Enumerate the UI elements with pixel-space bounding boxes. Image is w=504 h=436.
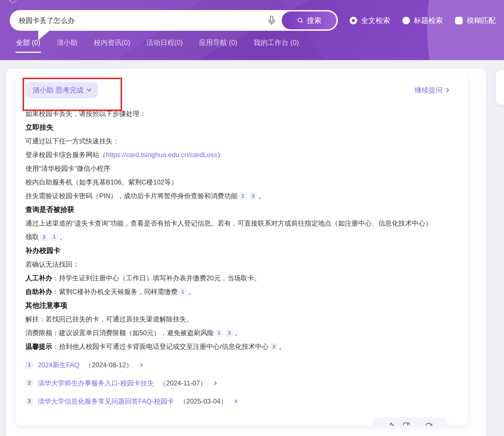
answer-paragraph: 人工补办：持学生证到注册中心（工作日）填写补办表并缴费20元，当场取卡。 bbox=[25, 271, 448, 285]
search-input[interactable] bbox=[18, 10, 197, 31]
divider bbox=[417, 423, 417, 426]
reference-item[interactable]: 3 清华大学信息化服务常见问题回答FAQ-校园卡 （2025-03-04） bbox=[25, 397, 448, 406]
text: 如果校园卡丢失，请按照以下步骤处理： bbox=[25, 110, 146, 117]
option-label: 模糊匹配 bbox=[467, 16, 496, 25]
text: 可通过以下任一方式快速挂失： bbox=[25, 137, 119, 145]
reference-date: （2024-11-07） bbox=[159, 379, 207, 388]
assistant-status-badge[interactable]: 清小助 思考完成 bbox=[25, 82, 98, 98]
continue-asking-label: 继续提问 bbox=[415, 86, 443, 95]
text: 其他注意事项 bbox=[25, 301, 67, 309]
citation-badge[interactable]: 3 bbox=[249, 192, 257, 200]
tab-app-nav[interactable]: 应用导航 (0) bbox=[199, 36, 238, 54]
inline-link[interactable]: https://card.tsinghua.edu.cn/cardLoss bbox=[106, 151, 217, 158]
tab-qingxiaozhu[interactable]: 清小助 bbox=[56, 36, 78, 54]
reference-title-link[interactable]: 清华大学信息化服务常见问题回答FAQ-校园卡 bbox=[38, 397, 174, 406]
search-options: 全文检索 标题检索 模糊匹配 bbox=[350, 10, 496, 31]
reference-item[interactable]: 1 2024新生FAQ （2024-08-12） bbox=[25, 361, 448, 369]
reference-date: （2024-08-12） bbox=[85, 361, 133, 369]
regenerate-button[interactable] bbox=[425, 422, 432, 425]
option-fuzzy-match[interactable]: 模糊匹配 bbox=[455, 16, 496, 25]
text: 。 bbox=[235, 329, 241, 337]
text: 查询是否被拾获 bbox=[25, 205, 74, 213]
citation-badge[interactable]: 3 bbox=[40, 233, 48, 241]
text: 补办校园卡 bbox=[25, 247, 60, 254]
answer-paragraph: 若确认无法找回： bbox=[25, 257, 448, 271]
reference-item[interactable]: 2 清华大学师生办事服务入口-校园卡挂失 （2024-11-07） bbox=[25, 379, 448, 388]
text: ：紫荆C楼补办机全天候服务，同样需缴费 bbox=[52, 288, 178, 295]
option-title-search[interactable]: 标题检索 bbox=[402, 16, 443, 25]
text: 。 bbox=[258, 192, 265, 200]
text: 消费限额：建议设置单日消费限额（如50元），避免被盗刷风险 bbox=[25, 329, 214, 337]
text: 登录校园卡综合服务网站（ bbox=[25, 151, 106, 158]
text: 。 bbox=[279, 343, 286, 350]
answer-body: 如果校园卡丢失，请按照以下步骤处理：立即挂失可通过以下任一方式快速挂失：登录校园… bbox=[16, 98, 468, 353]
thumbs-up-button[interactable] bbox=[388, 422, 395, 425]
answer-paragraph: 通过上述渠道的“遗失卡查询”功能，查看是否有拾卡人登记信息。若有，可直接联系对方… bbox=[25, 216, 448, 244]
option-fulltext-search[interactable]: 全文检索 bbox=[350, 16, 390, 25]
result-tabs: 全部 (0) 清小助 校内资讯(0) 活动日程(0) 应用导航 (0) 我的工作… bbox=[15, 36, 300, 54]
citation-badge[interactable]: 1 bbox=[51, 233, 58, 241]
text: 解挂：若找回已挂失的卡，可通过原挂失渠道解除挂失。 bbox=[25, 315, 193, 323]
text: ） bbox=[217, 151, 224, 158]
reference-title-link[interactable]: 2024新生FAQ bbox=[38, 361, 79, 369]
tab-workbench[interactable]: 我的工作台 (0) bbox=[253, 36, 300, 54]
search-bar: 搜索 bbox=[10, 10, 338, 31]
bold-text: 温馨提示 bbox=[25, 343, 52, 350]
main-area: 清小助 思考完成 继续提问 如果校园卡丢失，请按照以下步骤处理：立即挂失可通过以… bbox=[0, 60, 504, 436]
text: 。 bbox=[59, 233, 66, 241]
section-heading: 其他注意事项 bbox=[25, 298, 448, 312]
text: ：拾到他人校园卡可通过卡背面电话登记或交至注册中心/信息化技术中心 bbox=[52, 343, 269, 350]
answer-actions bbox=[371, 417, 448, 425]
chevron-right-icon[interactable] bbox=[213, 381, 217, 385]
citation-badge[interactable]: 2 bbox=[239, 192, 247, 200]
chevron-down-icon bbox=[87, 87, 91, 92]
chevron-right-icon[interactable] bbox=[233, 399, 237, 403]
citation-badge[interactable]: 1 bbox=[179, 288, 187, 296]
text: 领取 bbox=[25, 233, 39, 241]
tab-campus-news[interactable]: 校内资讯(0) bbox=[93, 36, 131, 54]
answer-paragraph: 登录校园卡综合服务网站（https://card.tsinghua.edu.cn… bbox=[25, 148, 448, 162]
text: 校内自助服务机（如李兆基B106、紫荆C楼102等） bbox=[25, 178, 178, 186]
regenerate-icon bbox=[425, 422, 432, 425]
reference-number-badge: 2 bbox=[25, 379, 33, 387]
bold-text: 自助补办 bbox=[25, 288, 52, 295]
status-badge-label: 清小助 思考完成 bbox=[33, 86, 83, 95]
text: 若确认无法找回： bbox=[25, 260, 79, 268]
reference-title-link[interactable]: 清华大学师生办事服务入口-校园卡挂失 bbox=[38, 379, 154, 388]
answer-paragraph: 挂失需验证校园卡密码（PIN），成功后卡片将暂停身份查验和消费功能23。 bbox=[25, 189, 448, 203]
section-heading: 补办校园卡 bbox=[25, 244, 448, 257]
citation-badge[interactable]: 3 bbox=[270, 343, 278, 350]
microphone-icon[interactable] bbox=[267, 16, 276, 25]
answer-paragraph: 使用“清华校园卡”微信小程序 bbox=[25, 162, 448, 175]
tab-events[interactable]: 活动日程(0) bbox=[146, 36, 183, 54]
thumbs-down-icon bbox=[402, 422, 410, 425]
option-label: 标题检索 bbox=[414, 16, 443, 25]
search-button[interactable]: 搜索 bbox=[282, 11, 336, 29]
citation-badge[interactable]: 3 bbox=[226, 329, 233, 337]
ai-answer-card: 清小助 思考完成 继续提问 如果校园卡丢失，请按照以下步骤处理：立即挂失可通过以… bbox=[16, 73, 468, 425]
continue-asking-link[interactable]: 继续提问 bbox=[415, 86, 448, 95]
answer-paragraph: 如果校园卡丢失，请按照以下步骤处理： bbox=[25, 107, 448, 120]
tab-all[interactable]: 全部 (0) bbox=[15, 36, 41, 54]
radio-icon[interactable] bbox=[402, 17, 410, 24]
page-header: 搜索 全文检索 标题检索 模糊匹配 全部 (0) 清小助 校内资讯(0) 活动日… bbox=[0, 0, 504, 60]
chevron-right-icon bbox=[445, 88, 449, 93]
bold-text: 人工补办 bbox=[25, 274, 52, 282]
answer-paragraph: 解挂：若找回已挂失的卡，可通过原挂失渠道解除挂失。 bbox=[25, 312, 448, 326]
option-label: 全文检索 bbox=[361, 16, 390, 25]
search-icon bbox=[297, 17, 304, 24]
text: 通过上述渠道的“遗失卡查询”功能，查看是否有拾卡人登记信息。若有，可直接联系对方… bbox=[25, 219, 432, 227]
answer-paragraph: 温馨提示：拾到他人校园卡可通过卡背面电话登记或交至注册中心/信息化技术中心3。 bbox=[25, 340, 448, 353]
search-button-label: 搜索 bbox=[307, 16, 321, 25]
citation-badge[interactable]: 1 bbox=[215, 329, 223, 337]
answer-card-header: 清小助 思考完成 继续提问 bbox=[16, 73, 468, 98]
thumbs-down-button[interactable] bbox=[402, 422, 410, 425]
checkbox-icon[interactable] bbox=[455, 17, 463, 24]
section-heading: 立即挂失 bbox=[25, 120, 448, 134]
chevron-right-icon[interactable] bbox=[139, 363, 143, 367]
text: 立即挂失 bbox=[25, 123, 53, 131]
radio-selected-icon[interactable] bbox=[350, 17, 357, 24]
text: 。 bbox=[188, 288, 195, 295]
thumbs-up-icon bbox=[388, 422, 395, 425]
text: ：持学生证到注册中心（工作日）填写补办表并缴费20元，当场取卡。 bbox=[52, 274, 261, 282]
